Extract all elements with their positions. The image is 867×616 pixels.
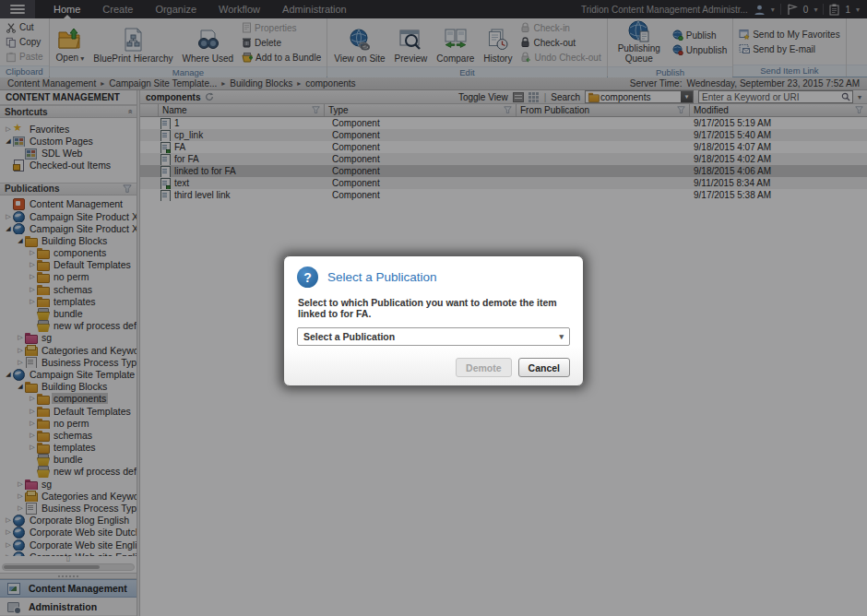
cancel-button[interactable]: Cancel <box>518 358 570 377</box>
demote-button[interactable]: Demote <box>456 358 512 377</box>
select-publication-dialog: ? Select a Publication Select to which P… <box>283 255 584 386</box>
dialog-header: ? Select a Publication <box>297 267 570 288</box>
question-icon: ? <box>297 267 318 288</box>
chevron-down-icon: ▾ <box>559 332 564 341</box>
dialog-message: Select to which Publication you want to … <box>298 297 570 319</box>
publication-dropdown-value: Select a Publication <box>303 331 395 342</box>
tridion-content-management-app: Home Create Organize Workflow Administra… <box>0 0 867 616</box>
dialog-buttons: Demote Cancel <box>297 358 570 377</box>
publication-dropdown[interactable]: Select a Publication ▾ <box>297 327 570 346</box>
dialog-title: Select a Publication <box>327 270 437 284</box>
